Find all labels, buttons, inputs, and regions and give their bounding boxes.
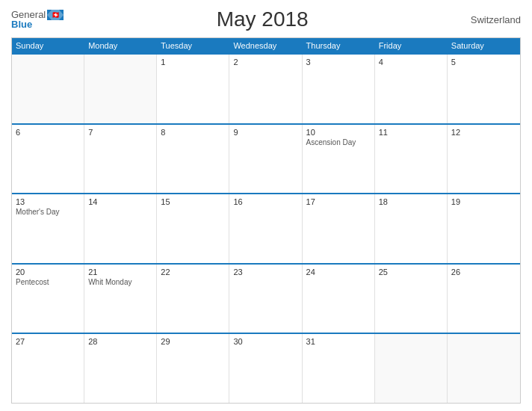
calendar-title: May 2018	[64, 7, 461, 31]
day-number: 3	[306, 58, 371, 67]
cal-cell-2-4: 17	[303, 194, 375, 263]
cal-cell-0-1	[84, 55, 157, 123]
day-number: 17	[306, 197, 371, 206]
cal-header-thursday: Thursday	[303, 38, 375, 53]
logo-blue-label: Blue	[11, 19, 32, 30]
day-number: 21	[88, 268, 152, 276]
cal-cell-2-5: 18	[375, 194, 448, 263]
cal-cell-3-1: 21Whit Monday	[84, 265, 157, 333]
day-number: 10	[306, 128, 371, 137]
cal-cell-1-2: 8	[157, 125, 229, 194]
cal-cell-4-6	[448, 334, 520, 403]
day-number: 25	[379, 268, 443, 276]
day-number: 6	[16, 128, 80, 137]
cal-event: Whit Monday	[88, 278, 152, 286]
day-number: 24	[306, 268, 371, 276]
day-number: 1	[161, 58, 225, 67]
cal-cell-0-4: 3	[303, 55, 375, 123]
cal-cell-0-0	[12, 55, 84, 123]
cal-cell-1-0: 6	[12, 125, 84, 194]
day-number: 23	[233, 268, 297, 276]
day-number: 9	[233, 128, 297, 137]
cal-week-0: 12345	[12, 53, 520, 123]
cal-cell-0-3: 2	[229, 55, 302, 123]
day-number: 8	[161, 128, 225, 137]
cal-cell-4-5	[375, 334, 448, 403]
cal-week-2: 13Mother's Day141516171819	[12, 193, 520, 263]
cal-cell-3-2: 22	[157, 265, 229, 333]
day-number: 19	[451, 197, 516, 206]
cal-cell-1-1: 7	[84, 125, 157, 194]
day-number: 5	[451, 58, 516, 67]
cal-cell-2-3: 16	[229, 194, 302, 263]
day-number: 16	[233, 197, 297, 206]
day-number: 13	[16, 197, 80, 206]
day-number: 11	[379, 128, 443, 137]
day-number: 20	[16, 268, 80, 276]
cal-cell-1-5: 11	[375, 125, 448, 194]
logo-flag-icon: 🇨🇭	[47, 10, 64, 20]
day-number: 22	[161, 268, 225, 276]
day-number: 18	[379, 197, 443, 206]
day-number: 14	[88, 197, 152, 206]
cal-cell-4-1: 28	[84, 334, 157, 403]
day-number: 7	[88, 128, 152, 137]
svg-text:🇨🇭: 🇨🇭	[52, 10, 61, 19]
cal-week-1: 678910Ascension Day1112	[12, 123, 520, 194]
header: General 🇨🇭 Blue May 2018 Switzerland	[11, 7, 521, 31]
cal-cell-3-4: 24	[303, 265, 375, 333]
page: General 🇨🇭 Blue May 2018 Switzerland Sun…	[0, 0, 532, 411]
day-number: 27	[16, 337, 80, 346]
cal-cell-3-6: 26	[448, 265, 520, 333]
cal-cell-2-1: 14	[84, 194, 157, 263]
cal-cell-2-0: 13Mother's Day	[12, 194, 84, 263]
calendar: SundayMondayTuesdayWednesdayThursdayFrid…	[11, 37, 521, 404]
day-number: 4	[379, 58, 443, 67]
cal-cell-3-0: 20Pentecost	[12, 265, 84, 333]
country-label: Switzerland	[461, 14, 521, 25]
cal-header-tuesday: Tuesday	[157, 38, 229, 53]
day-number: 2	[233, 58, 297, 67]
calendar-body: 12345678910Ascension Day111213Mother's D…	[12, 53, 520, 403]
cal-cell-4-0: 27	[12, 334, 84, 403]
cal-cell-4-4: 31	[303, 334, 375, 403]
cal-header-saturday: Saturday	[448, 38, 520, 53]
cal-cell-1-3: 9	[229, 125, 302, 194]
day-number: 26	[451, 268, 516, 276]
cal-cell-3-5: 25	[375, 265, 448, 333]
day-number: 28	[88, 337, 152, 346]
day-number: 15	[161, 197, 225, 206]
cal-cell-0-2: 1	[157, 55, 229, 123]
cal-cell-4-2: 29	[157, 334, 229, 403]
calendar-header-row: SundayMondayTuesdayWednesdayThursdayFrid…	[12, 38, 520, 53]
day-number: 12	[451, 128, 516, 137]
cal-header-wednesday: Wednesday	[229, 38, 302, 53]
cal-cell-2-6: 19	[448, 194, 520, 263]
cal-cell-4-3: 30	[229, 334, 302, 403]
cal-event: Pentecost	[16, 278, 80, 286]
day-number: 30	[233, 337, 297, 346]
cal-event: Mother's Day	[16, 208, 80, 216]
cal-cell-0-6: 5	[448, 55, 520, 123]
logo: General 🇨🇭 Blue	[11, 9, 64, 30]
cal-header-sunday: Sunday	[12, 38, 84, 53]
cal-event: Ascension Day	[306, 138, 371, 146]
cal-cell-0-5: 4	[375, 55, 448, 123]
cal-cell-1-6: 12	[448, 125, 520, 194]
cal-cell-2-2: 15	[157, 194, 229, 263]
cal-cell-1-4: 10Ascension Day	[303, 125, 375, 194]
cal-header-friday: Friday	[375, 38, 448, 53]
cal-week-4: 2728293031	[12, 333, 520, 403]
cal-week-3: 20Pentecost21Whit Monday2223242526	[12, 263, 520, 333]
cal-header-monday: Monday	[84, 38, 157, 53]
day-number: 31	[306, 337, 371, 346]
cal-cell-3-3: 23	[229, 265, 302, 333]
day-number: 29	[161, 337, 225, 346]
